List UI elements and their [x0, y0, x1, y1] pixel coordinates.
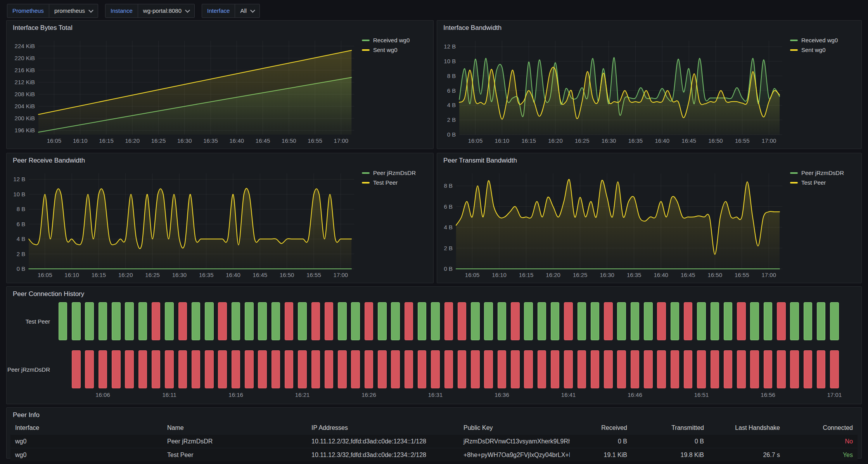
status-cell — [218, 350, 227, 388]
series-color-swatch — [790, 40, 798, 41]
status-cell — [178, 302, 187, 340]
status-cell — [298, 302, 307, 340]
history-axis-label: 16:06 — [95, 391, 110, 398]
status-cell — [817, 350, 826, 388]
panel-title[interactable]: Peer Connection History — [7, 287, 861, 301]
history-axis-label: 17:01 — [827, 391, 842, 398]
status-cell — [152, 350, 161, 388]
svg-text:16:50: 16:50 — [280, 272, 294, 278]
legend-label: Test Peer — [373, 179, 398, 186]
status-cell — [178, 350, 187, 388]
history-axis-label: 16:56 — [761, 391, 775, 398]
svg-text:16:05: 16:05 — [38, 272, 52, 278]
interface-bytes-chart[interactable]: 196 KiB200 KiB204 KiB208 KiB212 KiB216 K… — [10, 35, 357, 146]
table-cell: Peer jRzmDsDR — [163, 435, 307, 448]
column-header: Transmitted — [632, 422, 709, 434]
panel-title[interactable]: Interface Bandwidth — [437, 21, 861, 35]
status-cell — [750, 350, 759, 388]
table-cell: 19.8 KiB — [632, 448, 709, 461]
peer-receive-chart[interactable]: 0 B2 B4 B6 B8 B10 B12 B16:0516:1016:1516… — [10, 168, 357, 280]
chevron-down-icon — [88, 8, 93, 13]
status-cell — [830, 302, 839, 340]
table-cell: 26.7 s — [709, 448, 785, 461]
svg-text:17:00: 17:00 — [761, 272, 776, 278]
legend-item[interactable]: Peer jRzmDsDR — [790, 170, 858, 176]
status-cell — [99, 302, 107, 340]
svg-text:16:20: 16:20 — [548, 137, 563, 144]
status-cell — [471, 350, 480, 388]
svg-text:16:45: 16:45 — [256, 137, 270, 144]
svg-text:17:00: 17:00 — [762, 137, 776, 144]
variable-label-prometheus: Prometheus — [7, 4, 49, 18]
status-cell — [711, 350, 719, 388]
status-cell — [418, 350, 427, 388]
status-cell — [365, 350, 373, 388]
variable-dropdown-instance[interactable]: wg-portal:8080 — [138, 4, 195, 18]
legend-item[interactable]: Sent wg0 — [362, 47, 430, 53]
status-cell — [564, 302, 573, 340]
column-header: Interface — [10, 422, 163, 434]
svg-text:0 B: 0 B — [447, 131, 456, 138]
svg-text:16:55: 16:55 — [308, 137, 322, 144]
status-cell — [617, 302, 626, 340]
interface-bandwidth-chart[interactable]: 0 B2 B4 B6 B8 B10 B12 B16:0516:1016:1516… — [440, 35, 785, 146]
series-color-swatch — [362, 49, 370, 51]
panel-title[interactable]: Interface Bytes Total — [7, 21, 433, 35]
legend-item[interactable]: Test Peer — [790, 179, 858, 186]
legend-item[interactable]: Received wg0 — [790, 37, 858, 43]
history-axis-label: 16:21 — [295, 391, 310, 398]
variable-dropdown-interface[interactable]: All — [235, 4, 260, 18]
dashboard-controls: Prometheus prometheus Instance wg-portal… — [7, 4, 260, 18]
status-cell — [538, 302, 546, 340]
legend-item[interactable]: Sent wg0 — [790, 47, 858, 53]
svg-text:16:15: 16:15 — [99, 137, 114, 144]
table-cell: wg0 — [10, 435, 163, 448]
status-cell — [591, 350, 600, 388]
status-cell — [684, 302, 693, 340]
history-row-label: Test Peer — [26, 318, 50, 325]
status-cell — [245, 350, 254, 388]
svg-text:220 KiB: 220 KiB — [15, 55, 35, 61]
status-cell — [59, 302, 67, 340]
legend-item[interactable]: Peer jRzmDsDR — [362, 170, 430, 176]
table-row: wg0Test Peer10.11.12.3/32,fdfd:d3ad:c0de… — [10, 448, 858, 461]
variable-dropdown-prometheus[interactable]: prometheus — [49, 4, 98, 18]
status-cell — [484, 350, 493, 388]
legend-item[interactable]: Test Peer — [362, 179, 430, 186]
legend-item[interactable]: Received wg0 — [362, 37, 430, 43]
status-cell — [431, 350, 440, 388]
status-cell — [338, 302, 347, 340]
table-cell: 10.11.12.2/32,fdfd:d3ad:c0de:1234::1/128 — [307, 435, 459, 448]
svg-text:4 B: 4 B — [444, 224, 453, 230]
panel-title[interactable]: Peer Receive Bandwidth — [7, 153, 433, 168]
svg-text:16:30: 16:30 — [600, 272, 614, 278]
history-axis-label: 16:36 — [495, 391, 509, 398]
svg-text:16:30: 16:30 — [172, 272, 187, 278]
series-color-swatch — [790, 182, 798, 184]
svg-text:16:50: 16:50 — [707, 272, 722, 278]
table-cell: 19.1 KiB — [570, 448, 632, 461]
status-cell — [232, 350, 240, 388]
svg-text:4 B: 4 B — [447, 102, 456, 108]
table-cell: Yes — [785, 448, 858, 461]
column-header: Last Handshake — [709, 422, 785, 434]
panel-interface-bandwidth: Interface Bandwidth 0 B2 B4 B6 B8 B10 B1… — [437, 20, 862, 149]
variable-instance: Instance wg-portal:8080 — [105, 4, 195, 18]
status-cell — [205, 302, 214, 340]
status-cell — [631, 350, 640, 388]
peer-transmit-chart[interactable]: 0 B2 B4 B6 B8 B16:0516:1016:1516:2016:25… — [440, 168, 785, 280]
legend-label: Sent wg0 — [373, 47, 398, 53]
svg-text:16:30: 16:30 — [177, 137, 192, 144]
svg-text:16:40: 16:40 — [226, 272, 240, 278]
variable-prometheus: Prometheus prometheus — [7, 4, 98, 18]
variable-label-instance: Instance — [105, 4, 138, 18]
status-cell — [644, 350, 653, 388]
status-cell — [484, 302, 493, 340]
panel-title[interactable]: Peer Info — [7, 408, 861, 422]
svg-text:10 B: 10 B — [444, 58, 456, 64]
history-row-label: Peer jRzmDsDR — [7, 366, 50, 373]
status-cell — [391, 302, 400, 340]
status-history-plot[interactable]: 16:0616:1116:1616:2116:2616:3116:3616:41… — [56, 302, 854, 401]
history-axis-label: 16:51 — [694, 391, 709, 398]
panel-title[interactable]: Peer Transmit Bandwidth — [437, 153, 861, 168]
